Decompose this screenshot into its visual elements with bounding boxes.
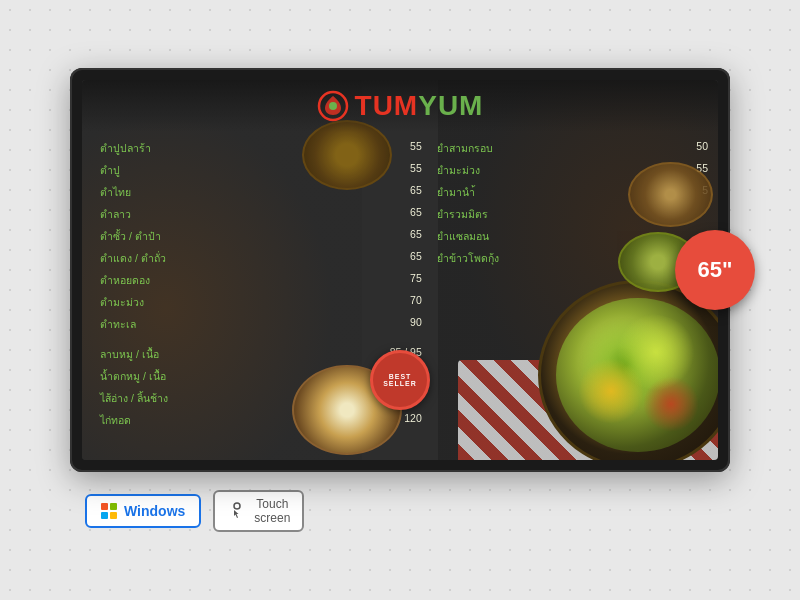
menu-item: ไก่ทอด 120 [100, 412, 422, 429]
item-name: ไส้อ่าง / ลิ้นช้าง [100, 390, 168, 407]
best-seller-line1: BEST [389, 373, 412, 380]
svg-point-1 [329, 102, 337, 110]
menu-item: ตำซั้ว / ตำป๋า 65 [100, 228, 422, 245]
item-price: 70 [377, 294, 422, 311]
right-menu: ยำสามกรอบ 50 ยำมะม่วง 55 ยำมานำ้ 5 ยำรวม… [432, 132, 718, 460]
content-area: ตำปูปลาร้า 55 ตำปู 55 ตำไทย 65 ตำลาว 65 [82, 132, 718, 460]
item-name: ยำสามกรอบ [437, 140, 493, 157]
left-menu: ตำปูปลาร้า 55 ตำปู 55 ตำไทย 65 ตำลาว 65 [82, 132, 432, 460]
item-name: ยำมานำ้ [437, 184, 475, 201]
item-price: 55 [377, 140, 422, 157]
svg-point-2 [234, 503, 240, 509]
menu-item: ตำลาว 65 [100, 206, 422, 223]
item-price: 50 [663, 140, 708, 157]
item-name: ตำซั้ว / ตำป๋า [100, 228, 161, 245]
item-name: ลาบหมู / เนื้อ [100, 346, 159, 363]
item-name: ตำลาว [100, 206, 131, 223]
logo-yum: YUM [418, 90, 483, 121]
item-price: 55 [377, 162, 422, 179]
item-name: ยำข้าวโพดกุ้ง [437, 250, 499, 267]
menu-item: ตำแดง / ตำถั่ว 65 [100, 250, 422, 267]
plate-top-right [628, 162, 713, 227]
menu-item: ตำไทย 65 [100, 184, 422, 201]
best-seller-line2: SELLER [383, 380, 417, 387]
touch-icon [227, 501, 247, 521]
item-name: ตำหอยดอง [100, 272, 150, 289]
win-icon-q4 [110, 512, 117, 519]
item-name: ตำแดง / ตำถั่ว [100, 250, 166, 267]
monitor-wrapper: TUMYUM ตำปูปลาร้า 55 ตำปู 55 [70, 68, 730, 533]
logo-text: TUMYUM [355, 90, 484, 122]
header-bar: TUMYUM [82, 80, 718, 132]
menu-item: ลาบหมู / เนื้อ 85 / 95 [100, 346, 422, 363]
item-name: ตำไทย [100, 184, 131, 201]
menu-item: ตำหอยดอง 75 [100, 272, 422, 289]
logo-icon [317, 90, 349, 122]
best-seller-badge: BEST SELLER [370, 350, 430, 410]
item-price: 65 [377, 250, 422, 267]
windows-icon [101, 503, 117, 519]
win-icon-q2 [110, 503, 117, 510]
windows-button[interactable]: Windows [85, 494, 201, 528]
menu-item: ตำปูปลาร้า 55 [100, 140, 422, 157]
item-price: 120 [377, 412, 422, 429]
menu-item: ตำปู 55 [100, 162, 422, 179]
touch-screen-button[interactable]: Touch screen [213, 490, 304, 533]
item-name: น้ำตกหมู / เนื้อ [100, 368, 166, 385]
menu-item: ตำทะเล 90 [100, 316, 422, 333]
item-price: 90 [377, 316, 422, 333]
touch-line2: screen [254, 511, 290, 525]
item-price: 75 [377, 272, 422, 289]
win-icon-q1 [101, 503, 108, 510]
menu-item: ยำสามกรอบ 50 [437, 140, 708, 157]
item-name: ยำแซลมอน [437, 228, 489, 245]
menu-item: ตำมะม่วง 70 [100, 294, 422, 311]
item-price: 65 [377, 206, 422, 223]
windows-label: Windows [124, 503, 185, 519]
item-name: ไก่ทอด [100, 412, 131, 429]
item-name: ตำมะม่วง [100, 294, 144, 311]
monitor: TUMYUM ตำปูปลาร้า 55 ตำปู 55 [70, 68, 730, 472]
win-icon-q3 [101, 512, 108, 519]
item-name: ตำปู [100, 162, 120, 179]
menu-separator [100, 338, 422, 346]
item-price: 65 [377, 184, 422, 201]
item-name: ยำมะม่วง [437, 162, 480, 179]
item-price: 65 [377, 228, 422, 245]
logo-tum: TUM [355, 90, 419, 121]
touch-line1: Touch [256, 497, 288, 511]
bottom-bar: Windows Touch screen [70, 490, 304, 533]
logo: TUMYUM [317, 90, 484, 122]
size-badge: 65" [675, 230, 755, 310]
item-name: ตำทะเล [100, 316, 136, 333]
screen: TUMYUM ตำปูปลาร้า 55 ตำปู 55 [82, 80, 718, 460]
touch-label: Touch screen [254, 497, 290, 526]
item-name: ตำปูปลาร้า [100, 140, 151, 157]
item-name: ยำรวมมิตร [437, 206, 488, 223]
